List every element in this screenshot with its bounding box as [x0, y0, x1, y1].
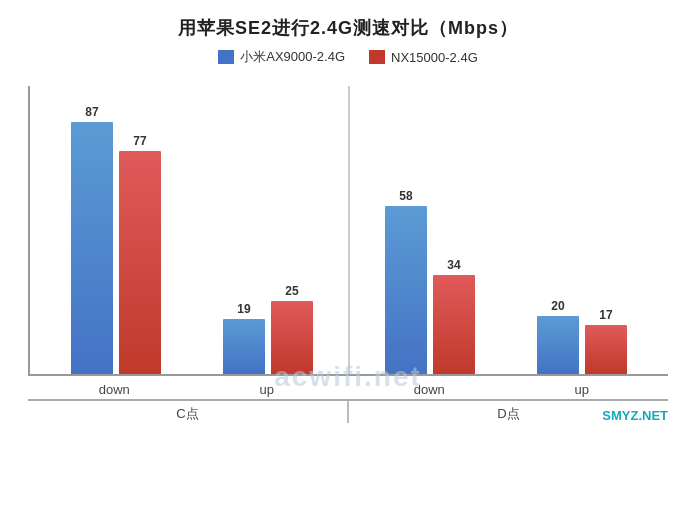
bar-blue-wrapper: 58 [385, 189, 427, 374]
chart-body: 87 77 19 25 [28, 86, 668, 376]
bar-blue-value: 20 [551, 299, 564, 313]
legend-item-blue: 小米AX9000-2.4G [218, 48, 345, 66]
bar-red-value: 25 [285, 284, 298, 298]
bar-blue [71, 122, 113, 374]
bar-blue [223, 319, 265, 374]
group-divider [348, 86, 350, 374]
bar-blue [385, 206, 427, 374]
legend-color-red [369, 50, 385, 64]
x-label: up [506, 376, 659, 397]
bar-red-wrapper: 17 [585, 308, 627, 374]
watermark-smyz: SMYZ.NET [602, 408, 668, 423]
bar-blue-value: 87 [85, 105, 98, 119]
bar-red [433, 275, 475, 374]
legend-label-blue: 小米AX9000-2.4G [240, 48, 345, 66]
bar-red-wrapper: 77 [119, 134, 161, 374]
bar-group: 87 77 [40, 105, 192, 374]
bar-blue-value: 58 [399, 189, 412, 203]
bar-red [271, 301, 313, 374]
legend-label-red: NX15000-2.4G [391, 50, 478, 65]
bar-red-value: 34 [447, 258, 460, 272]
bar-blue-wrapper: 87 [71, 105, 113, 374]
bar-group: 58 34 [354, 189, 506, 374]
bar-red [585, 325, 627, 374]
bar-blue-wrapper: 19 [223, 302, 265, 374]
bar-group: 19 25 [192, 284, 344, 374]
bar-blue-wrapper: 20 [537, 299, 579, 374]
bar-red-value: 77 [133, 134, 146, 148]
x-labels: downupdownup [28, 376, 668, 397]
bar-group: 20 17 [506, 299, 658, 374]
bar-red-wrapper: 25 [271, 284, 313, 374]
section-label-0: C点 [28, 401, 349, 423]
bar-blue-value: 19 [237, 302, 250, 316]
bar-red-value: 17 [599, 308, 612, 322]
chart-container: 87 77 19 25 [28, 86, 668, 423]
legend: 小米AX9000-2.4G NX15000-2.4G [218, 48, 478, 66]
chart-title: 用苹果SE2进行2.4G测速对比（Mbps） [178, 16, 518, 40]
bar-red-wrapper: 34 [433, 258, 475, 374]
legend-item-red: NX15000-2.4G [369, 48, 478, 66]
bar-red [119, 151, 161, 374]
x-label: up [191, 376, 344, 397]
x-label: down [38, 376, 191, 397]
section-labels-row: C点D点 [28, 399, 668, 423]
bar-blue [537, 316, 579, 374]
legend-color-blue [218, 50, 234, 64]
x-label: down [353, 376, 506, 397]
